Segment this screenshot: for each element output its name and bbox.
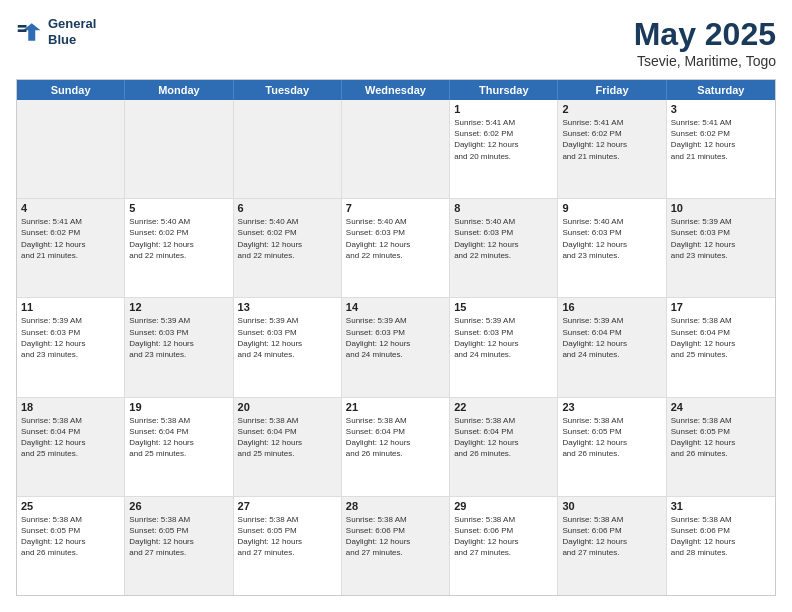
calendar-header: SundayMondayTuesdayWednesdayThursdayFrid…: [17, 80, 775, 100]
cal-cell: 19Sunrise: 5:38 AM Sunset: 6:04 PM Dayli…: [125, 398, 233, 496]
cal-cell: 26Sunrise: 5:38 AM Sunset: 6:05 PM Dayli…: [125, 497, 233, 595]
cal-cell: [17, 100, 125, 198]
day-number: 19: [129, 401, 228, 413]
cell-info: Sunrise: 5:40 AM Sunset: 6:02 PM Dayligh…: [238, 216, 337, 261]
day-number: 17: [671, 301, 771, 313]
day-number: 5: [129, 202, 228, 214]
day-number: 3: [671, 103, 771, 115]
cell-info: Sunrise: 5:38 AM Sunset: 6:05 PM Dayligh…: [238, 514, 337, 559]
day-number: 24: [671, 401, 771, 413]
logo-icon: [16, 18, 44, 46]
day-number: 18: [21, 401, 120, 413]
day-number: 6: [238, 202, 337, 214]
cal-row-5: 25Sunrise: 5:38 AM Sunset: 6:05 PM Dayli…: [17, 497, 775, 595]
cell-info: Sunrise: 5:38 AM Sunset: 6:06 PM Dayligh…: [454, 514, 553, 559]
day-number: 15: [454, 301, 553, 313]
cal-cell: 18Sunrise: 5:38 AM Sunset: 6:04 PM Dayli…: [17, 398, 125, 496]
header-cell-tuesday: Tuesday: [234, 80, 342, 100]
cell-info: Sunrise: 5:38 AM Sunset: 6:06 PM Dayligh…: [562, 514, 661, 559]
header-cell-friday: Friday: [558, 80, 666, 100]
day-number: 25: [21, 500, 120, 512]
day-number: 20: [238, 401, 337, 413]
cal-cell: 1Sunrise: 5:41 AM Sunset: 6:02 PM Daylig…: [450, 100, 558, 198]
cal-cell: 21Sunrise: 5:38 AM Sunset: 6:04 PM Dayli…: [342, 398, 450, 496]
cal-cell: 6Sunrise: 5:40 AM Sunset: 6:02 PM Daylig…: [234, 199, 342, 297]
cal-cell: 14Sunrise: 5:39 AM Sunset: 6:03 PM Dayli…: [342, 298, 450, 396]
day-number: 22: [454, 401, 553, 413]
cell-info: Sunrise: 5:41 AM Sunset: 6:02 PM Dayligh…: [671, 117, 771, 162]
cal-row-4: 18Sunrise: 5:38 AM Sunset: 6:04 PM Dayli…: [17, 398, 775, 497]
cell-info: Sunrise: 5:38 AM Sunset: 6:05 PM Dayligh…: [562, 415, 661, 460]
cal-cell: 3Sunrise: 5:41 AM Sunset: 6:02 PM Daylig…: [667, 100, 775, 198]
cal-cell: 27Sunrise: 5:38 AM Sunset: 6:05 PM Dayli…: [234, 497, 342, 595]
cell-info: Sunrise: 5:39 AM Sunset: 6:03 PM Dayligh…: [238, 315, 337, 360]
cal-cell: 25Sunrise: 5:38 AM Sunset: 6:05 PM Dayli…: [17, 497, 125, 595]
title-block: May 2025 Tsevie, Maritime, Togo: [634, 16, 776, 69]
cal-cell: [342, 100, 450, 198]
day-number: 4: [21, 202, 120, 214]
cal-row-2: 4Sunrise: 5:41 AM Sunset: 6:02 PM Daylig…: [17, 199, 775, 298]
cal-cell: 24Sunrise: 5:38 AM Sunset: 6:05 PM Dayli…: [667, 398, 775, 496]
cell-info: Sunrise: 5:38 AM Sunset: 6:05 PM Dayligh…: [671, 415, 771, 460]
day-number: 26: [129, 500, 228, 512]
cal-cell: 20Sunrise: 5:38 AM Sunset: 6:04 PM Dayli…: [234, 398, 342, 496]
cell-info: Sunrise: 5:39 AM Sunset: 6:03 PM Dayligh…: [129, 315, 228, 360]
cal-cell: 29Sunrise: 5:38 AM Sunset: 6:06 PM Dayli…: [450, 497, 558, 595]
calendar-title: May 2025: [634, 16, 776, 53]
cal-cell: 13Sunrise: 5:39 AM Sunset: 6:03 PM Dayli…: [234, 298, 342, 396]
cal-cell: 8Sunrise: 5:40 AM Sunset: 6:03 PM Daylig…: [450, 199, 558, 297]
cal-cell: 15Sunrise: 5:39 AM Sunset: 6:03 PM Dayli…: [450, 298, 558, 396]
cal-cell: 9Sunrise: 5:40 AM Sunset: 6:03 PM Daylig…: [558, 199, 666, 297]
cal-cell: 7Sunrise: 5:40 AM Sunset: 6:03 PM Daylig…: [342, 199, 450, 297]
day-number: 12: [129, 301, 228, 313]
cal-cell: 31Sunrise: 5:38 AM Sunset: 6:06 PM Dayli…: [667, 497, 775, 595]
cell-info: Sunrise: 5:39 AM Sunset: 6:03 PM Dayligh…: [346, 315, 445, 360]
day-number: 11: [21, 301, 120, 313]
day-number: 16: [562, 301, 661, 313]
day-number: 29: [454, 500, 553, 512]
cal-cell: 10Sunrise: 5:39 AM Sunset: 6:03 PM Dayli…: [667, 199, 775, 297]
day-number: 13: [238, 301, 337, 313]
cell-info: Sunrise: 5:38 AM Sunset: 6:04 PM Dayligh…: [238, 415, 337, 460]
header-cell-wednesday: Wednesday: [342, 80, 450, 100]
day-number: 21: [346, 401, 445, 413]
cal-cell: 30Sunrise: 5:38 AM Sunset: 6:06 PM Dayli…: [558, 497, 666, 595]
cal-cell: 11Sunrise: 5:39 AM Sunset: 6:03 PM Dayli…: [17, 298, 125, 396]
cell-info: Sunrise: 5:40 AM Sunset: 6:03 PM Dayligh…: [454, 216, 553, 261]
day-number: 9: [562, 202, 661, 214]
cell-info: Sunrise: 5:41 AM Sunset: 6:02 PM Dayligh…: [562, 117, 661, 162]
calendar-subtitle: Tsevie, Maritime, Togo: [634, 53, 776, 69]
calendar: SundayMondayTuesdayWednesdayThursdayFrid…: [16, 79, 776, 596]
cal-cell: 22Sunrise: 5:38 AM Sunset: 6:04 PM Dayli…: [450, 398, 558, 496]
cell-info: Sunrise: 5:38 AM Sunset: 6:06 PM Dayligh…: [671, 514, 771, 559]
logo-line2: Blue: [48, 32, 96, 48]
header-cell-monday: Monday: [125, 80, 233, 100]
cell-info: Sunrise: 5:38 AM Sunset: 6:04 PM Dayligh…: [671, 315, 771, 360]
day-number: 28: [346, 500, 445, 512]
day-number: 2: [562, 103, 661, 115]
cell-info: Sunrise: 5:38 AM Sunset: 6:05 PM Dayligh…: [129, 514, 228, 559]
logo-text: General Blue: [48, 16, 96, 47]
day-number: 14: [346, 301, 445, 313]
cal-cell: 23Sunrise: 5:38 AM Sunset: 6:05 PM Dayli…: [558, 398, 666, 496]
cal-cell: 17Sunrise: 5:38 AM Sunset: 6:04 PM Dayli…: [667, 298, 775, 396]
day-number: 30: [562, 500, 661, 512]
cell-info: Sunrise: 5:41 AM Sunset: 6:02 PM Dayligh…: [21, 216, 120, 261]
cell-info: Sunrise: 5:40 AM Sunset: 6:02 PM Dayligh…: [129, 216, 228, 261]
cal-cell: 5Sunrise: 5:40 AM Sunset: 6:02 PM Daylig…: [125, 199, 233, 297]
day-number: 8: [454, 202, 553, 214]
cell-info: Sunrise: 5:39 AM Sunset: 6:04 PM Dayligh…: [562, 315, 661, 360]
cell-info: Sunrise: 5:41 AM Sunset: 6:02 PM Dayligh…: [454, 117, 553, 162]
cal-cell: [234, 100, 342, 198]
cell-info: Sunrise: 5:40 AM Sunset: 6:03 PM Dayligh…: [346, 216, 445, 261]
day-number: 27: [238, 500, 337, 512]
cal-row-1: 1Sunrise: 5:41 AM Sunset: 6:02 PM Daylig…: [17, 100, 775, 199]
cell-info: Sunrise: 5:39 AM Sunset: 6:03 PM Dayligh…: [671, 216, 771, 261]
day-number: 31: [671, 500, 771, 512]
cal-cell: 12Sunrise: 5:39 AM Sunset: 6:03 PM Dayli…: [125, 298, 233, 396]
cal-cell: 2Sunrise: 5:41 AM Sunset: 6:02 PM Daylig…: [558, 100, 666, 198]
cell-info: Sunrise: 5:40 AM Sunset: 6:03 PM Dayligh…: [562, 216, 661, 261]
day-number: 7: [346, 202, 445, 214]
cal-row-3: 11Sunrise: 5:39 AM Sunset: 6:03 PM Dayli…: [17, 298, 775, 397]
cell-info: Sunrise: 5:39 AM Sunset: 6:03 PM Dayligh…: [21, 315, 120, 360]
